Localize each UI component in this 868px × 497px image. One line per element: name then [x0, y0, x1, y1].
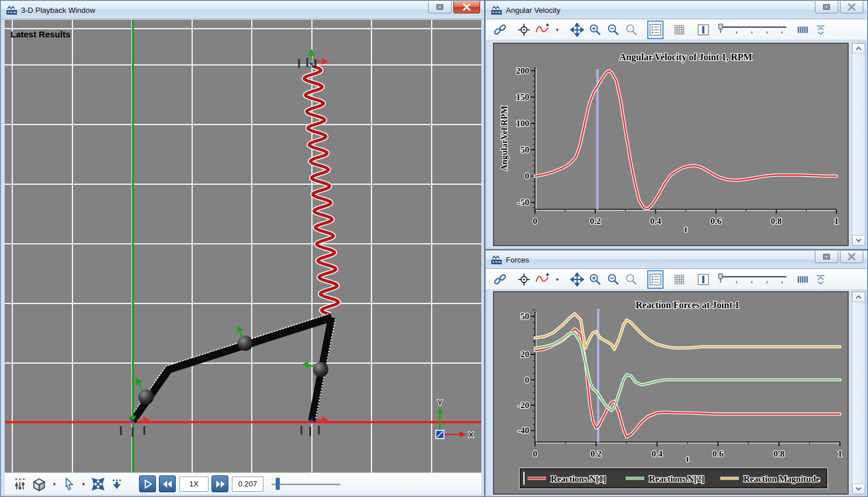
- axis-slider-icon[interactable]: [714, 271, 791, 288]
- collapse-icon[interactable]: [814, 271, 828, 288]
- svg-text:0: 0: [533, 216, 537, 226]
- grid-icon[interactable]: [672, 22, 686, 38]
- av-titlebar[interactable]: Angular Velocity: [486, 1, 867, 19]
- zoom-in-icon[interactable]: [588, 22, 602, 38]
- forces-scrollbar[interactable]: [852, 291, 866, 495]
- forces-chart-svg[interactable]: -40-200205000.20.40.60.81Reaction Forces…: [494, 292, 848, 493]
- playback-slider[interactable]: [272, 477, 341, 492]
- legend-icon[interactable]: [648, 271, 662, 288]
- playback-viewport[interactable]: Y X Latest Results: [5, 20, 481, 474]
- speed-field[interactable]: 1X: [179, 477, 209, 492]
- joint-origin-dot: [310, 62, 313, 65]
- pan-icon[interactable]: [570, 22, 584, 38]
- cursor-bar-icon[interactable]: [696, 271, 710, 288]
- rewind-button[interactable]: [159, 475, 176, 492]
- scrollbar-track[interactable]: [852, 54, 865, 235]
- bars-icon[interactable]: [796, 271, 810, 288]
- x-axis-label: t: [686, 454, 689, 464]
- scroll-down-button[interactable]: [852, 235, 865, 246]
- playback-slider-handle[interactable]: [276, 478, 280, 490]
- svg-text:1: 1: [838, 449, 842, 458]
- scroll-up-button[interactable]: [852, 43, 865, 54]
- av-scrollbar[interactable]: [852, 43, 866, 246]
- svg-text:0.2: 0.2: [590, 216, 601, 226]
- av-chart-svg[interactable]: -5005010015020000.20.40.60.81Angular Vel…: [494, 44, 848, 245]
- joint-sphere[interactable]: [138, 389, 154, 405]
- svg-text:0.4: 0.4: [651, 449, 662, 458]
- scroll-down-button[interactable]: [852, 484, 865, 494]
- fit-view-icon[interactable]: [91, 476, 105, 492]
- drop-down-icon[interactable]: [110, 476, 124, 492]
- scroll-up-button[interactable]: [852, 292, 865, 302]
- close-button[interactable]: [840, 1, 863, 13]
- joint-sphere[interactable]: [238, 336, 253, 351]
- forces-window-title: Forces: [506, 256, 529, 264]
- axis-slider-icon[interactable]: [714, 22, 791, 38]
- zoom-window-icon[interactable]: [624, 22, 638, 38]
- link-icon[interactable]: [493, 271, 507, 288]
- linkage-bar-left[interactable]: [133, 317, 332, 421]
- zoom-out-icon[interactable]: [606, 271, 620, 288]
- pan-icon[interactable]: [570, 271, 584, 288]
- crosshair-icon[interactable]: [517, 22, 531, 38]
- svg-text:-40: -40: [518, 426, 529, 435]
- mechanism-scene[interactable]: Y X: [5, 20, 481, 474]
- curve-add-icon[interactable]: [535, 22, 550, 38]
- playback-slider-track[interactable]: [272, 484, 341, 485]
- pointer-dropdown[interactable]: ▾: [81, 476, 86, 492]
- play-button[interactable]: [139, 475, 156, 492]
- link-icon[interactable]: [493, 22, 507, 38]
- maximize-button[interactable]: [815, 1, 838, 13]
- view-cube-dropdown[interactable]: ▾: [51, 476, 57, 492]
- console-icon[interactable]: [13, 476, 27, 492]
- grid-icon[interactable]: [672, 271, 686, 288]
- scrollbar-track[interactable]: [852, 302, 865, 484]
- svg-text:-20: -20: [518, 401, 529, 410]
- curve-add-icon[interactable]: [535, 271, 550, 288]
- zoom-window-icon[interactable]: [624, 271, 638, 288]
- results-label: Latest Results: [11, 29, 71, 39]
- av-chart-panel[interactable]: -5005010015020000.20.40.60.81Angular Vel…: [493, 43, 849, 246]
- av-window-title: Angular Velocity: [506, 6, 560, 15]
- bars-icon[interactable]: [796, 22, 810, 38]
- close-button[interactable]: [453, 1, 480, 13]
- chart-title: Reaction Forces at Joint 1: [636, 300, 739, 310]
- time-field[interactable]: 0.207: [232, 477, 263, 492]
- x-axis-label: t: [685, 225, 688, 234]
- joint-origin-dot: [310, 419, 313, 422]
- joint-sphere[interactable]: [313, 362, 328, 377]
- crosshair-icon[interactable]: [517, 271, 531, 288]
- zoom-in-icon[interactable]: [588, 271, 602, 288]
- close-button[interactable]: [840, 251, 863, 263]
- pointer-icon[interactable]: [62, 476, 76, 492]
- axis-triad: Y X: [436, 398, 474, 439]
- curve-add-dropdown[interactable]: ▾: [554, 271, 560, 288]
- cursor-bar-icon[interactable]: [696, 22, 710, 38]
- ground-anchor-left: [121, 426, 144, 437]
- maximize-button[interactable]: [815, 251, 838, 263]
- curve-add-dropdown[interactable]: ▾: [554, 22, 560, 38]
- zoom-out-icon[interactable]: [606, 22, 620, 38]
- view-cube-icon[interactable]: [32, 476, 47, 492]
- joint-axis-arrows-red: [137, 59, 327, 422]
- collapse-icon[interactable]: [814, 22, 828, 38]
- playback-titlebar[interactable]: 3-D Playback Window: [1, 1, 484, 19]
- legend-label: Reactions.N[1]: [551, 474, 606, 484]
- forces-titlebar[interactable]: Forces: [486, 251, 867, 269]
- svg-text:-50: -50: [518, 198, 529, 207]
- angular-velocity-window: Angular Velocity ▾ -5005010015020000.20.…: [485, 0, 868, 250]
- playback-toolbar: ▾▾ 1X 0.207: [5, 472, 481, 495]
- svg-text:0.8: 0.8: [770, 216, 782, 226]
- triad-y-label: Y: [438, 398, 443, 407]
- app-icon: [491, 255, 502, 264]
- forces-window: Forces ▾ -40-200205000.20.40.60.81Reacti…: [485, 250, 868, 497]
- app-icon: [491, 5, 502, 15]
- triad-x-label: X: [468, 430, 474, 439]
- maximize-button[interactable]: [428, 1, 452, 13]
- fast-forward-button[interactable]: [211, 475, 228, 492]
- svg-text:1: 1: [834, 216, 839, 226]
- desktop: 3-D Playback Window: [0, 0, 868, 497]
- legend-icon[interactable]: [648, 22, 662, 38]
- svg-text:100: 100: [516, 119, 530, 128]
- forces-chart-panel[interactable]: -40-200205000.20.40.60.81Reaction Forces…: [493, 291, 849, 495]
